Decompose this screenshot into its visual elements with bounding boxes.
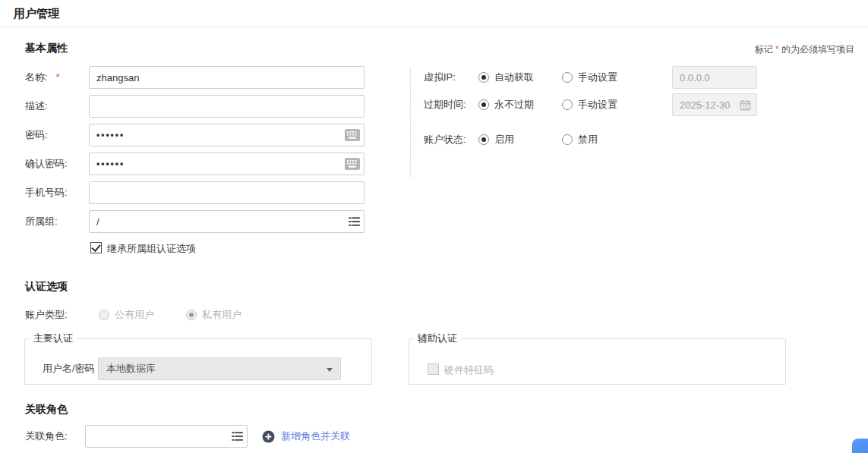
- name-required-asterisk: *: [55, 71, 59, 83]
- required-asterisk: *: [775, 44, 779, 55]
- confirm-password-label: 确认密码:: [25, 153, 68, 175]
- keyboard-icon[interactable]: [345, 158, 360, 170]
- virtual-ip-input[interactable]: [672, 66, 757, 89]
- name-field-wrap: [89, 66, 365, 89]
- name-label: 名称: *: [25, 66, 60, 89]
- status-radio-enabled-label: 启用: [494, 134, 514, 145]
- required-note: 标记 * 的为必须填写项目: [755, 43, 854, 56]
- primary-auth-fieldset: 主要认证 用户名/密码 本地数据库: [24, 332, 372, 385]
- name-input[interactable]: [89, 66, 365, 89]
- inherit-auth-checkbox-item[interactable]: 继承所属组认证选项: [90, 242, 196, 255]
- group-field-wrap: [89, 210, 365, 233]
- account-type-radio-private: 私有用户: [186, 304, 241, 326]
- phone-input[interactable]: [89, 181, 365, 204]
- secondary-auth-legend: 辅助认证: [414, 332, 461, 345]
- role-field-wrap: [85, 425, 248, 448]
- plus-circle-icon[interactable]: [262, 430, 275, 443]
- user-management-page: 用户管理 基本属性 标记 * 的为必须填写项目 名称: * 描述: 密码: 确认…: [0, 0, 868, 453]
- inherit-auth-checkbox-label: 继承所属组认证选项: [107, 243, 196, 254]
- list-picker-icon[interactable]: [349, 216, 360, 227]
- password-field-wrap: [89, 124, 365, 146]
- account-type-label: 账户类型:: [25, 304, 68, 326]
- paper-plane-icon: [855, 442, 868, 453]
- radio-icon[interactable]: [478, 99, 489, 110]
- account-type-radio-private-label: 私有用户: [202, 309, 241, 320]
- expire-radio-manual-label: 手动设置: [578, 99, 617, 110]
- hardware-id-checkbox-item: 硬件特征码: [428, 363, 494, 376]
- status-radio-enabled[interactable]: 启用: [478, 128, 514, 151]
- radio-icon[interactable]: [478, 72, 489, 83]
- password-label: 密码:: [25, 124, 48, 146]
- keyboard-icon[interactable]: [345, 129, 360, 141]
- column-divider: [410, 67, 411, 177]
- phone-field-wrap: [89, 181, 365, 204]
- username-password-label: 用户名/密码: [43, 357, 95, 380]
- radio-icon[interactable]: [562, 72, 573, 83]
- radio-icon[interactable]: [478, 134, 489, 145]
- section-header-auth: 认证选项: [25, 280, 68, 294]
- expire-label: 过期时间:: [424, 93, 466, 116]
- role-label: 关联角色:: [25, 425, 68, 448]
- expire-radio-manual[interactable]: 手动设置: [562, 93, 617, 116]
- calendar-icon[interactable]: [740, 99, 751, 111]
- required-note-prefix: 标记: [755, 44, 773, 55]
- radio-icon[interactable]: [562, 134, 573, 145]
- list-picker-icon[interactable]: [232, 431, 243, 442]
- virtual-ip-field-wrap: [672, 66, 757, 89]
- radio-icon: [186, 310, 197, 320]
- description-field-wrap: [89, 95, 365, 118]
- confirm-password-input[interactable]: [89, 153, 365, 175]
- description-label: 描述:: [25, 95, 48, 118]
- phone-label: 手机号码:: [25, 181, 68, 204]
- hardware-id-checkbox-label: 硬件特征码: [444, 364, 494, 376]
- status-radio-disabled-label: 禁用: [578, 134, 598, 145]
- status-radio-disabled[interactable]: 禁用: [562, 128, 598, 151]
- expire-date-field-wrap: [672, 93, 757, 116]
- radio-icon[interactable]: [562, 99, 573, 110]
- virtual-ip-radio-auto[interactable]: 自动获取: [478, 66, 534, 89]
- virtual-ip-radio-auto-label: 自动获取: [494, 71, 534, 83]
- virtual-ip-label: 虚拟IP:: [424, 66, 456, 89]
- confirm-password-field-wrap: [89, 153, 365, 175]
- account-type-radio-public-label: 公有用户: [115, 309, 154, 320]
- required-note-suffix: 的为必须填写项目: [781, 44, 854, 55]
- primary-auth-select-value: 本地数据库: [106, 363, 156, 374]
- section-header-roles: 关联角色: [25, 403, 68, 417]
- feedback-fab[interactable]: [852, 439, 868, 453]
- page-title: 用户管理: [14, 7, 59, 21]
- group-label: 所属组:: [25, 210, 58, 233]
- radio-icon: [99, 310, 109, 320]
- description-input[interactable]: [89, 95, 365, 118]
- name-label-text: 名称:: [25, 71, 48, 83]
- chevron-down-icon: [327, 368, 333, 372]
- hardware-id-checkbox: [428, 363, 439, 375]
- title-divider: [0, 27, 868, 27]
- inherit-auth-checkbox[interactable]: [90, 242, 102, 253]
- account-type-radio-public: 公有用户: [99, 304, 154, 326]
- secondary-auth-fieldset: 辅助认证 硬件特征码: [409, 332, 786, 385]
- primary-auth-select[interactable]: 本地数据库: [98, 357, 341, 380]
- add-role-link[interactable]: 新增角色并关联: [281, 425, 350, 448]
- role-input[interactable]: [85, 425, 248, 448]
- account-status-label: 账户状态:: [424, 128, 466, 151]
- group-input[interactable]: [89, 210, 365, 233]
- password-input[interactable]: [89, 124, 365, 146]
- expire-radio-never-label: 永不过期: [494, 99, 534, 110]
- primary-auth-legend: 主要认证: [30, 332, 77, 345]
- expire-radio-never[interactable]: 永不过期: [478, 93, 534, 116]
- virtual-ip-radio-manual-label: 手动设置: [578, 71, 617, 83]
- virtual-ip-radio-manual[interactable]: 手动设置: [562, 66, 617, 89]
- section-header-basic: 基本属性: [25, 42, 68, 55]
